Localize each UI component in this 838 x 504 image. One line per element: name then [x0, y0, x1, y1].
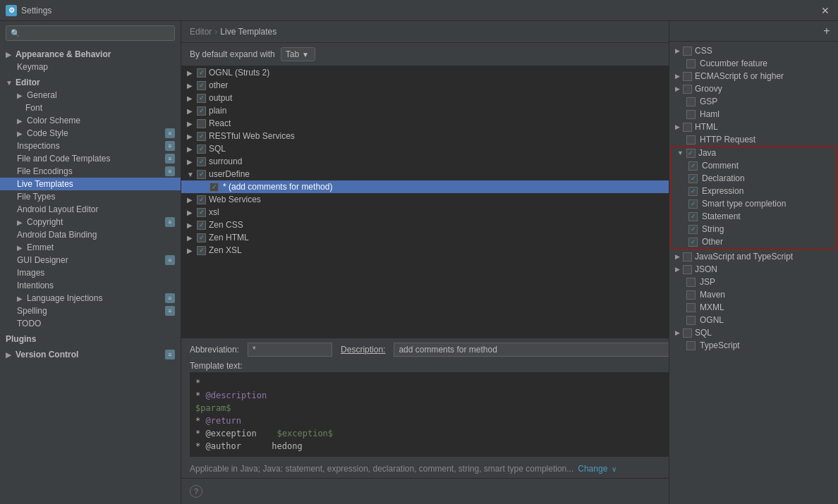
- sidebar-item-version-control[interactable]: ▶ Version Control ≡: [0, 348, 181, 361]
- checkbox-icon[interactable]: [683, 123, 692, 132]
- sidebar-item-android-data-binding[interactable]: Android Data Binding: [0, 228, 181, 241]
- checkbox-icon[interactable]: [688, 212, 698, 221]
- sidebar-item-color-scheme[interactable]: ▶ Color Scheme: [0, 114, 181, 127]
- close-button[interactable]: ✕: [818, 4, 832, 18]
- sidebar-item-gui-designer[interactable]: GUI Designer ≡: [0, 254, 181, 266]
- popup-item-groovy[interactable]: ▶ Groovy: [669, 82, 838, 95]
- checkbox-icon[interactable]: [686, 135, 696, 145]
- expand-dropdown[interactable]: Tab ▼: [281, 47, 315, 61]
- sidebar-item-language-injections[interactable]: ▶ Language Injections ≡: [0, 292, 181, 305]
- search-input[interactable]: [23, 28, 170, 38]
- sidebar-item-keymap[interactable]: Keymap: [0, 61, 181, 73]
- sidebar-item-live-templates[interactable]: Live Templates: [0, 178, 181, 190]
- abbreviation-input[interactable]: [248, 343, 332, 357]
- sidebar-item-copyright[interactable]: ▶ Copyright ≡: [0, 216, 181, 228]
- popup-item-label: Smart type completion: [702, 199, 786, 209]
- popup-item-label: HTTP Request: [700, 135, 755, 145]
- sidebar-item-code-style[interactable]: ▶ Code Style ≡: [0, 127, 181, 140]
- popup-item-haml[interactable]: Haml: [669, 108, 838, 121]
- checkbox-icon[interactable]: [683, 265, 692, 274]
- popup-item-gsp[interactable]: GSP: [669, 95, 838, 108]
- change-link[interactable]: Change: [578, 464, 607, 474]
- sidebar-item-inspections[interactable]: Inspections ≡: [0, 140, 181, 152]
- checkbox-icon[interactable]: [686, 303, 696, 312]
- sidebar-item-file-types[interactable]: File Types: [0, 190, 181, 203]
- popup-item-java-string[interactable]: String: [672, 223, 836, 235]
- checkbox-icon[interactable]: [688, 174, 698, 183]
- sidebar-item-android-layout[interactable]: Android Layout Editor: [0, 203, 181, 216]
- checkbox-icon[interactable]: [686, 149, 696, 158]
- checkbox-icon[interactable]: [683, 252, 692, 262]
- popup-item-html[interactable]: ▶ HTML: [669, 121, 838, 133]
- checkbox-icon[interactable]: [197, 132, 206, 141]
- checkbox-icon[interactable]: [197, 145, 206, 154]
- checkbox-icon[interactable]: [197, 195, 206, 204]
- popup-item-json[interactable]: ▶ JSON: [669, 263, 838, 276]
- checkbox-icon[interactable]: [197, 221, 206, 230]
- sidebar-item-todo[interactable]: TODO: [0, 317, 181, 330]
- sidebar-item-label: Editor: [16, 78, 40, 87]
- sidebar-item-font[interactable]: Font: [0, 102, 181, 114]
- checkbox-icon[interactable]: [197, 233, 206, 242]
- sidebar-item-intentions[interactable]: Intentions: [0, 279, 181, 292]
- checkbox-icon[interactable]: [686, 316, 696, 325]
- checkbox-icon[interactable]: [686, 66, 696, 68]
- app-icon: ⚙: [6, 5, 17, 16]
- checkbox-icon[interactable]: [197, 170, 206, 179]
- popup-item-label: ECMAScript 6 or higher: [695, 71, 784, 81]
- checkbox-icon[interactable]: [688, 238, 698, 247]
- popup-item-javascript[interactable]: ▶ JavaScript and TypeScript: [669, 250, 838, 263]
- popup-item-http[interactable]: HTTP Request: [669, 133, 838, 146]
- arrow-icon: ▶: [675, 329, 680, 336]
- checkbox-icon[interactable]: [688, 161, 698, 171]
- popup-item-java[interactable]: ▼ Java: [672, 147, 836, 159]
- checkbox-icon[interactable]: [688, 199, 698, 209]
- checkbox-icon[interactable]: [683, 85, 692, 94]
- checkbox-icon[interactable]: [686, 290, 696, 300]
- help-button[interactable]: ?: [190, 485, 202, 498]
- popup-item-sql[interactable]: ▶ SQL: [669, 326, 838, 338]
- popup-item-java-statement[interactable]: Statement: [672, 210, 836, 223]
- popup-item-mxml[interactable]: MXML: [669, 301, 838, 314]
- checkbox-icon[interactable]: [197, 94, 206, 103]
- checkbox-icon[interactable]: [686, 278, 696, 287]
- checkbox-icon[interactable]: [688, 225, 698, 234]
- popup-item-jsp[interactable]: JSP: [669, 276, 838, 288]
- popup-item-ognl[interactable]: OGNL: [669, 314, 838, 326]
- checkbox-icon[interactable]: [197, 68, 206, 78]
- arrow-icon: ▶: [187, 221, 194, 229]
- checkbox-icon[interactable]: [197, 157, 206, 166]
- sidebar-item-general[interactable]: ▶ General: [0, 89, 181, 102]
- popup-item-java-comment[interactable]: Comment: [672, 159, 836, 172]
- checkbox-icon[interactable]: [197, 246, 206, 255]
- popup-item-java-declaration[interactable]: Declaration: [672, 172, 836, 185]
- sidebar-item-editor[interactable]: ▼ Editor: [0, 76, 181, 89]
- sidebar-item-label: Android Layout Editor: [17, 204, 98, 214]
- group-label: Zen HTML: [209, 233, 249, 242]
- checkbox-icon[interactable]: [686, 97, 696, 106]
- sidebar-item-plugins[interactable]: Plugins: [0, 333, 181, 345]
- group-label: RESTful Web Services: [209, 131, 295, 141]
- sidebar-item-file-encodings[interactable]: File Encodings ≡: [0, 165, 181, 178]
- popup-item-ecmascript[interactable]: ▶ ECMAScript 6 or higher: [669, 70, 838, 82]
- sidebar-item-file-code-templates[interactable]: File and Code Templates ≡: [0, 152, 181, 165]
- checkbox-icon[interactable]: [683, 72, 692, 81]
- sidebar-item-spelling[interactable]: Spelling ≡: [0, 305, 181, 317]
- checkbox-icon[interactable]: [686, 110, 696, 119]
- checkbox-icon[interactable]: [688, 187, 698, 196]
- checkbox-icon[interactable]: [210, 183, 219, 192]
- popup-item-java-smart-type[interactable]: Smart type completion: [672, 197, 836, 210]
- sidebar-item-images[interactable]: Images: [0, 266, 181, 279]
- checkbox-icon[interactable]: [197, 208, 206, 217]
- popup-item-java-expression[interactable]: Expression: [672, 185, 836, 197]
- checkbox-icon[interactable]: [197, 106, 206, 116]
- arrow-icon: ▶: [17, 130, 24, 137]
- popup-item-maven[interactable]: Maven: [669, 288, 838, 301]
- checkbox-icon[interactable]: [197, 81, 206, 90]
- popup-item-java-other[interactable]: Other: [672, 235, 836, 248]
- sidebar-item-appearance[interactable]: ▶ Appearance & Behavior: [0, 48, 181, 61]
- checkbox-icon[interactable]: [197, 119, 206, 128]
- search-box[interactable]: 🔍: [6, 25, 175, 41]
- sidebar-item-emmet[interactable]: ▶ Emmet: [0, 241, 181, 254]
- checkbox-icon[interactable]: [683, 328, 692, 338]
